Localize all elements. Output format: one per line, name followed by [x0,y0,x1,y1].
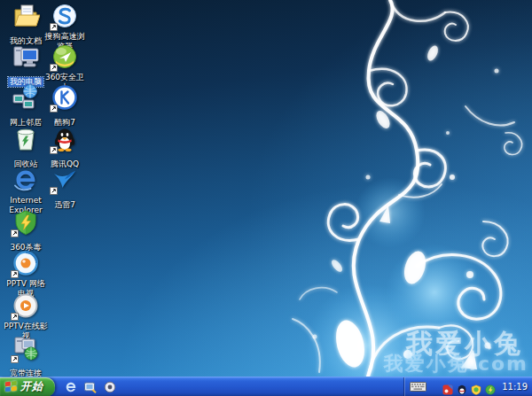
system-tray: 11:19 [403,377,532,396]
desktop-icon-tencent-qq[interactable]: 腾讯QQ [40,125,90,170]
shortcut-arrow-icon [50,187,58,195]
tray-qq-icon[interactable] [457,382,467,392]
tray-360-antivirus-icon[interactable] [485,382,496,392]
desktop: 我爱小兔 我爱小兔.com 我的文档 我的电脑 网上邻居 [0,0,532,396]
internet-explorer-icon [12,166,40,194]
windows-logo-icon [4,380,18,393]
desktop-icon-xunlei[interactable]: 迅雷7 [40,166,90,211]
quick-launch-show-desktop-icon[interactable] [83,380,98,394]
shortcut-arrow-icon [11,270,19,278]
icon-label: 迅雷7 [52,200,77,210]
start-button[interactable]: 开始 [0,377,55,396]
network-places-icon [12,83,40,112]
quick-launch-internet-explorer-icon[interactable] [64,380,78,394]
input-method-keyboard-icon[interactable] [410,382,426,392]
quick-launch-bar [64,380,117,394]
desktop-icon-broadband-connection[interactable]: 宽带连接 [1,334,51,379]
start-button-label: 开始 [20,379,43,394]
desktop-icon-360-antivirus[interactable]: 360杀毒 [1,208,51,253]
tray-clock[interactable]: 11:19 [502,382,528,392]
taskbar: 开始 11:19 [0,377,532,396]
my-documents-icon [12,2,40,30]
quick-launch-media-player-icon[interactable] [103,380,117,394]
shortcut-arrow-icon [11,355,19,363]
desktop-icon-kugou[interactable]: 酷狗7 [40,83,90,128]
shortcut-arrow-icon [50,64,58,72]
my-computer-icon [12,43,40,71]
shortcut-arrow-icon [11,229,19,237]
shortcut-arrow-icon [11,313,19,321]
recycle-bin-icon [12,125,40,153]
shortcut-arrow-icon [50,105,58,113]
shortcut-arrow-icon [50,146,58,154]
tray-sogou-pinyin-icon[interactable] [442,382,453,392]
wallpaper-swirl-graphic [284,0,532,377]
shortcut-arrow-icon [50,23,58,31]
tray-360-safe-icon[interactable] [471,382,481,392]
